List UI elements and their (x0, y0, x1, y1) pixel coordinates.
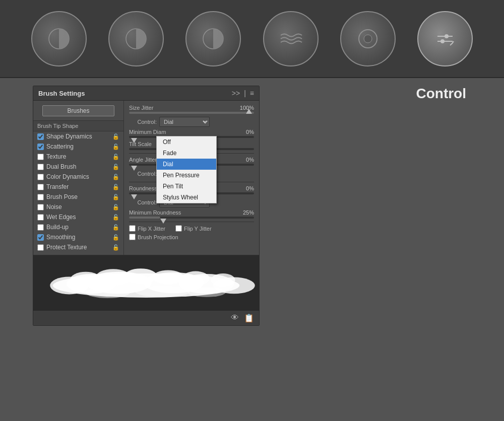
flip-row: Flip X Jitter Flip Y Jitter (129, 225, 254, 232)
texture-lock: 🔓 (112, 154, 119, 160)
min-roundness-thumb[interactable] (160, 219, 166, 224)
brush-pose-checkbox[interactable] (37, 194, 44, 200)
brush-preset-4[interactable] (263, 11, 319, 66)
brush-settings-icon (432, 26, 458, 51)
sidebar-item-scattering[interactable]: Scattering 🔓 (33, 142, 123, 152)
svg-point-20 (182, 271, 210, 286)
dropdown-item-pen-tilt[interactable]: Pen Tilt (157, 181, 216, 192)
svg-point-7 (445, 34, 449, 38)
sidebar-item-smoothing[interactable]: Smoothing 🔓 (33, 232, 123, 242)
brush-preset-1[interactable] (31, 11, 87, 66)
transfer-checkbox[interactable] (37, 184, 44, 190)
build-up-lock: 🔓 (112, 224, 119, 231)
menu-icon[interactable]: ≡ (250, 89, 254, 97)
brush-settings-panel: Brush Settings >> | ≡ Brushes Brush Tip … (33, 86, 260, 326)
color-dynamics-checkbox[interactable] (37, 174, 44, 180)
sidebar-item-wet-edges[interactable]: Wet Edges 🔓 (33, 212, 123, 222)
panel-header-icons: >> | ≡ (232, 89, 254, 97)
control-label: Control (408, 78, 474, 109)
protect-texture-lock: 🔓 (112, 244, 119, 251)
sidebar-item-noise[interactable]: Noise 🔓 (33, 202, 123, 212)
panel-bottom: 👁 📋 (33, 310, 259, 325)
control-row-1: Control: Dial (129, 117, 254, 127)
brush-projection-checkbox[interactable] (129, 234, 136, 240)
size-jitter-slider[interactable] (129, 112, 254, 114)
size-jitter-track (129, 112, 254, 114)
dual-brush-lock: 🔓 (112, 164, 119, 170)
min-diameter-value: 0% (234, 129, 254, 135)
brush-preset-2[interactable] (108, 11, 164, 66)
sidebar-item-shape-dynamics[interactable]: Shape Dynamics 🔓 (33, 131, 123, 142)
roundness-jitter-value: 0% (234, 185, 254, 191)
min-diameter-row: Minimum Diam 0% (129, 129, 254, 135)
min-diameter-thumb[interactable] (131, 138, 137, 143)
waves-icon (278, 26, 303, 51)
scattering-lock: 🔓 (112, 144, 119, 150)
flip-x-label: Flip X Jitter (138, 226, 165, 232)
wet-edges-lock: 🔓 (112, 214, 119, 221)
svg-point-19 (153, 270, 183, 284)
panel-body: Brushes Brush Tip Shape Shape Dynamics 🔓… (33, 101, 259, 255)
brushes-button[interactable]: Brushes (42, 105, 114, 116)
sidebar-item-transfer[interactable]: Transfer 🔓 (33, 182, 123, 192)
dropdown-item-fade[interactable]: Fade (157, 148, 216, 159)
flip-y-item: Flip Y Jitter (175, 225, 212, 232)
dropdown-item-pen-pressure[interactable]: Pen Pressure (157, 170, 216, 181)
noise-checkbox[interactable] (37, 204, 44, 210)
dropdown-item-stylus-wheel[interactable]: Stylus Wheel (157, 192, 216, 203)
flip-y-checkbox[interactable] (175, 225, 182, 232)
dual-brush-checkbox[interactable] (37, 164, 44, 170)
svg-point-24 (187, 287, 226, 297)
sidebar-item-color-dynamics[interactable]: Color Dynamics 🔓 (33, 172, 123, 182)
sidebar-item-protect-texture[interactable]: Protect Texture 🔓 (33, 242, 123, 252)
scattering-label: Scattering (46, 143, 110, 150)
brush-pose-label: Brush Pose (46, 193, 110, 200)
sidebar-item-build-up[interactable]: Build-up 🔓 (33, 222, 123, 232)
size-jitter-thumb[interactable] (246, 109, 252, 114)
protect-texture-label: Protect Texture (46, 244, 110, 251)
dropdown-item-dial[interactable]: Dial (157, 159, 216, 170)
svg-point-8 (440, 39, 445, 43)
wet-edges-checkbox[interactable] (37, 214, 44, 221)
sidebar-item-texture[interactable]: Texture 🔓 (33, 152, 123, 162)
brush-settings-circle[interactable] (417, 11, 473, 66)
dual-brush-label: Dual Brush (46, 163, 110, 170)
brush-preview (33, 255, 259, 310)
shape-dynamics-lock: 🔓 (112, 133, 119, 140)
scattering-checkbox[interactable] (37, 144, 44, 150)
control-select-1[interactable]: Dial (159, 117, 210, 127)
svg-point-21 (211, 273, 235, 287)
svg-point-4 (364, 35, 372, 43)
angle-jitter-thumb[interactable] (131, 166, 137, 171)
flip-y-label: Flip Y Jitter (184, 226, 212, 232)
roundness-jitter-thumb[interactable] (131, 194, 137, 199)
build-up-checkbox[interactable] (37, 224, 44, 231)
control-select-wrapper-1: Dial (159, 117, 210, 127)
size-jitter-fill (129, 112, 254, 114)
create-brush-icon[interactable]: 📋 (244, 313, 254, 323)
divider-3 (129, 222, 254, 222)
brush-preset-5[interactable] (340, 11, 396, 66)
shape-dynamics-checkbox[interactable] (37, 133, 44, 140)
min-roundness-row: Minimum Roundness 25% (129, 209, 254, 216)
eye-icon[interactable]: 👁 (231, 313, 239, 323)
flip-x-item: Flip X Jitter (129, 225, 165, 232)
panel-sidebar: Brushes Brush Tip Shape Shape Dynamics 🔓… (33, 101, 124, 255)
smoothing-checkbox[interactable] (37, 234, 44, 241)
dropdown-item-off[interactable]: Off (157, 136, 216, 148)
texture-checkbox[interactable] (37, 154, 44, 160)
panel-header: Brush Settings >> | ≡ (33, 86, 259, 101)
sidebar-item-dual-brush[interactable]: Dual Brush 🔓 (33, 162, 123, 172)
sidebar-section-title: Brush Tip Shape (33, 120, 123, 131)
sidebar-item-brush-pose[interactable]: Brush Pose 🔓 (33, 192, 123, 202)
panel-title: Brush Settings (38, 90, 85, 97)
half-circle-icon-1 (46, 26, 72, 51)
svg-point-22 (86, 287, 130, 298)
brush-preset-3[interactable] (185, 11, 241, 66)
expand-icon[interactable]: >> (232, 89, 240, 97)
control-label-1: Control: (129, 119, 157, 125)
flip-x-checkbox[interactable] (129, 225, 136, 232)
min-roundness-slider[interactable] (129, 217, 254, 219)
control-label-3: Control: (129, 199, 157, 205)
protect-texture-checkbox[interactable] (37, 244, 44, 251)
